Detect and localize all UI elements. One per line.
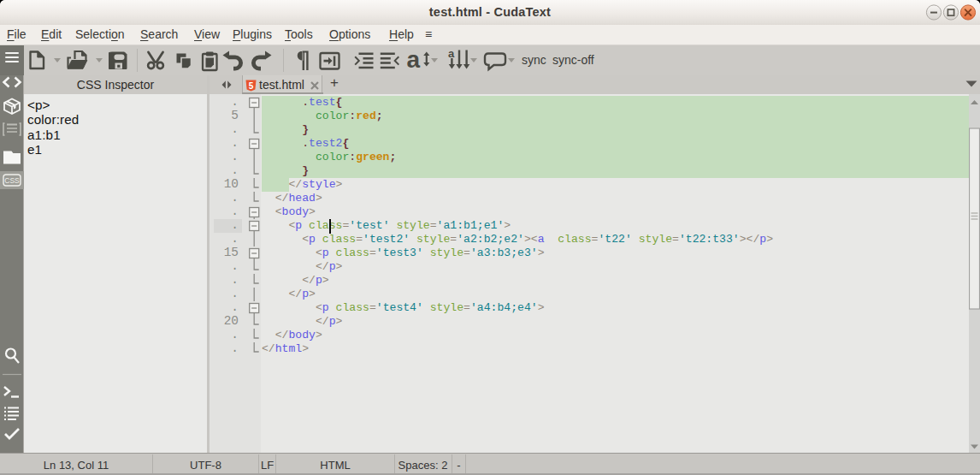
svg-text:CSS: CSS [4,176,20,185]
svg-text:a: a [407,49,421,73]
svg-text:a: a [448,49,455,60]
svg-text:5: 5 [249,81,254,91]
